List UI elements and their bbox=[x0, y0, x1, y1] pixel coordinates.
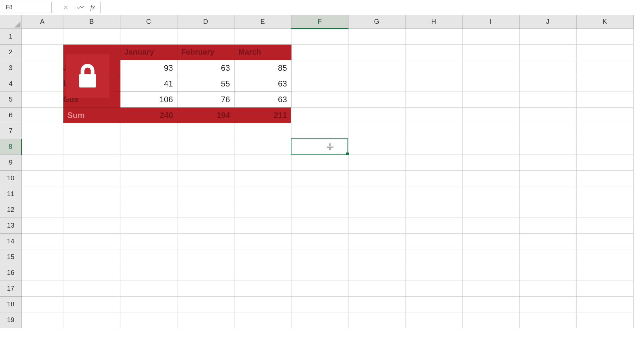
cell-I9[interactable] bbox=[462, 155, 519, 170]
data-cell[interactable]: 106 bbox=[120, 92, 177, 107]
cell-A16[interactable] bbox=[21, 265, 63, 281]
column-header-D[interactable]: D bbox=[177, 15, 234, 28]
row-header-1[interactable]: 1 bbox=[0, 28, 21, 44]
cell-G4[interactable] bbox=[348, 76, 405, 92]
cell-G8[interactable] bbox=[348, 139, 405, 155]
cell-H12[interactable] bbox=[405, 202, 462, 218]
cell-A3[interactable] bbox=[21, 60, 63, 76]
name-box-input[interactable] bbox=[2, 4, 80, 11]
cell-C14[interactable] bbox=[120, 233, 177, 249]
cell-C9[interactable] bbox=[120, 155, 177, 170]
cell-F17[interactable] bbox=[291, 281, 348, 296]
cell-E19[interactable] bbox=[234, 312, 291, 328]
cell-J14[interactable] bbox=[519, 233, 576, 249]
cell-I15[interactable] bbox=[462, 249, 519, 265]
cell-A12[interactable] bbox=[21, 202, 63, 218]
cell-C13[interactable] bbox=[120, 218, 177, 233]
column-header-A[interactable]: A bbox=[21, 15, 63, 28]
cell-C16[interactable] bbox=[120, 265, 177, 281]
cell-D13[interactable] bbox=[177, 218, 234, 233]
row-header-19[interactable]: 19 bbox=[0, 312, 21, 328]
cell-A6[interactable] bbox=[21, 107, 63, 123]
cell-J17[interactable] bbox=[519, 281, 576, 296]
cell-F6[interactable] bbox=[291, 107, 348, 123]
cell-K12[interactable] bbox=[576, 202, 633, 218]
cell-B7[interactable] bbox=[63, 123, 120, 139]
column-header-K[interactable]: K bbox=[576, 15, 633, 28]
cell-A17[interactable] bbox=[21, 281, 63, 296]
cell-J8[interactable] bbox=[519, 139, 576, 155]
data-cell[interactable]: 55 bbox=[177, 76, 234, 92]
cell-I16[interactable] bbox=[462, 265, 519, 281]
cell-E9[interactable] bbox=[234, 155, 291, 170]
cell-H8[interactable] bbox=[405, 139, 462, 155]
cell-F2[interactable] bbox=[291, 44, 348, 60]
cell-H13[interactable] bbox=[405, 218, 462, 233]
cell-J18[interactable] bbox=[519, 296, 576, 312]
cell-I5[interactable] bbox=[462, 92, 519, 107]
cell-B10[interactable] bbox=[63, 170, 120, 186]
cell-K3[interactable] bbox=[576, 60, 633, 76]
month-header[interactable]: February bbox=[177, 44, 234, 60]
cell-B13[interactable] bbox=[63, 218, 120, 233]
row-header-11[interactable]: 11 bbox=[0, 186, 21, 202]
cell-J11[interactable] bbox=[519, 186, 576, 202]
cell-H15[interactable] bbox=[405, 249, 462, 265]
cell-A1[interactable] bbox=[21, 28, 63, 44]
cell-D8[interactable] bbox=[177, 139, 234, 155]
row-header-13[interactable]: 13 bbox=[0, 218, 21, 233]
cell-H9[interactable] bbox=[405, 155, 462, 170]
cell-H4[interactable] bbox=[405, 76, 462, 92]
column-header-H[interactable]: H bbox=[405, 15, 462, 28]
cell-J15[interactable] bbox=[519, 249, 576, 265]
cell-D18[interactable] bbox=[177, 296, 234, 312]
cell-K16[interactable] bbox=[576, 265, 633, 281]
cell-E17[interactable] bbox=[234, 281, 291, 296]
cell-K2[interactable] bbox=[576, 44, 633, 60]
cell-F19[interactable] bbox=[291, 312, 348, 328]
cell-G1[interactable] bbox=[348, 28, 405, 44]
cell-B15[interactable] bbox=[63, 249, 120, 265]
sum-value[interactable]: 211 bbox=[234, 107, 291, 123]
data-cell[interactable]: 63 bbox=[177, 60, 234, 76]
cell-G9[interactable] bbox=[348, 155, 405, 170]
select-all-corner[interactable] bbox=[0, 15, 21, 28]
cell-G19[interactable] bbox=[348, 312, 405, 328]
cell-C7[interactable] bbox=[120, 123, 177, 139]
cell-D12[interactable] bbox=[177, 202, 234, 218]
cell-F10[interactable] bbox=[291, 170, 348, 186]
cell-D7[interactable] bbox=[177, 123, 234, 139]
cell-C18[interactable] bbox=[120, 296, 177, 312]
data-cell[interactable]: 85 bbox=[234, 60, 291, 76]
cell-I1[interactable] bbox=[462, 28, 519, 44]
row-header-3[interactable]: 3 bbox=[0, 60, 21, 76]
row-header-14[interactable]: 14 bbox=[0, 233, 21, 249]
column-header-E[interactable]: E bbox=[234, 15, 291, 28]
cell-E15[interactable] bbox=[234, 249, 291, 265]
row-header-18[interactable]: 18 bbox=[0, 296, 21, 312]
cell-D17[interactable] bbox=[177, 281, 234, 296]
cell-G16[interactable] bbox=[348, 265, 405, 281]
cell-H2[interactable] bbox=[405, 44, 462, 60]
cell-A9[interactable] bbox=[21, 155, 63, 170]
cell-G10[interactable] bbox=[348, 170, 405, 186]
cell-F15[interactable] bbox=[291, 249, 348, 265]
cell-E7[interactable] bbox=[234, 123, 291, 139]
cell-A10[interactable] bbox=[21, 170, 63, 186]
cell-G5[interactable] bbox=[348, 92, 405, 107]
cell-E11[interactable] bbox=[234, 186, 291, 202]
cell-I7[interactable] bbox=[462, 123, 519, 139]
cell-J6[interactable] bbox=[519, 107, 576, 123]
cell-H5[interactable] bbox=[405, 92, 462, 107]
row-header-6[interactable]: 6 bbox=[0, 107, 21, 123]
cell-F4[interactable] bbox=[291, 76, 348, 92]
cell-G3[interactable] bbox=[348, 60, 405, 76]
cell-C19[interactable] bbox=[120, 312, 177, 328]
row-header-9[interactable]: 9 bbox=[0, 155, 21, 170]
cell-C1[interactable] bbox=[120, 28, 177, 44]
row-header-16[interactable]: 16 bbox=[0, 265, 21, 281]
data-cell[interactable]: 63 bbox=[234, 76, 291, 92]
cell-A5[interactable] bbox=[21, 92, 63, 107]
cell-A18[interactable] bbox=[21, 296, 63, 312]
cell-A14[interactable] bbox=[21, 233, 63, 249]
